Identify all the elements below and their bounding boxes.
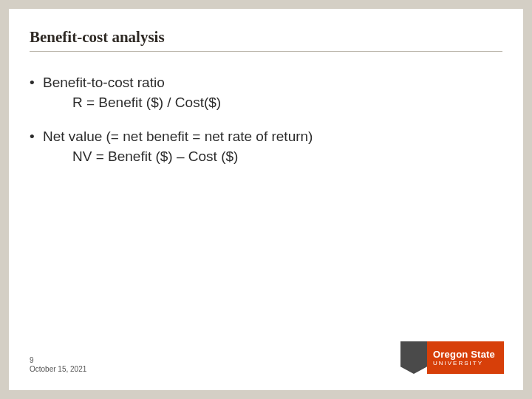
- footer: 9 October 15, 2021: [30, 356, 86, 374]
- logo-line1: Oregon State: [433, 349, 498, 360]
- content-area: Benefit-to-cost ratio R = Benefit ($) / …: [9, 56, 523, 166]
- title-block: Benefit-cost analysis: [9, 9, 523, 56]
- logo-text: Oregon State UNIVERSITY: [427, 341, 504, 374]
- bullet-text: Benefit-to-cost ratio: [43, 75, 165, 90]
- list-item: Net value (= net benefit = net rate of r…: [43, 128, 502, 166]
- title-rule: [30, 51, 502, 52]
- slide-frame: Benefit-cost analysis Benefit-to-cost ra…: [0, 0, 532, 399]
- bullet-subtext: R = Benefit ($) / Cost($): [43, 94, 502, 112]
- logo-crest-icon: [400, 341, 427, 374]
- footer-date: October 15, 2021: [30, 365, 86, 374]
- slide-title: Benefit-cost analysis: [30, 28, 502, 47]
- university-logo: Oregon State UNIVERSITY: [400, 341, 504, 374]
- logo-line2: UNIVERSITY: [433, 361, 498, 366]
- bullet-subtext: NV = Benefit ($) – Cost ($): [43, 148, 502, 166]
- bullet-text: Net value (= net benefit = net rate of r…: [43, 129, 313, 144]
- list-item: Benefit-to-cost ratio R = Benefit ($) / …: [43, 74, 502, 112]
- page-number: 9: [30, 356, 86, 365]
- bullet-list: Benefit-to-cost ratio R = Benefit ($) / …: [30, 74, 502, 166]
